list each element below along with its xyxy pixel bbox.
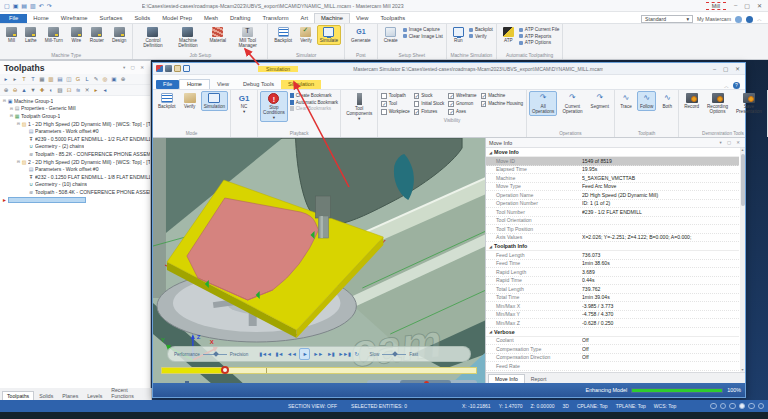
checkbox-fixtures[interactable]: ✓ [414, 109, 420, 115]
tab-drafting[interactable]: Drafting [224, 14, 256, 23]
view-toggle-icon[interactable] [758, 403, 765, 410]
sim-quick-icon[interactable] [183, 65, 190, 72]
tab-toolpaths[interactable]: Toolpaths [374, 14, 411, 23]
tree-item-toolpath-85-2k-conference-phon[interactable]: ≋Toolpath - 85.2K - CONFERENCE PHONE ASS… [0, 150, 150, 158]
demo-save-presentation[interactable]: Save Presentation [733, 91, 765, 116]
toolbar-icon[interactable]: ⊕ [2, 86, 10, 94]
visibility-axes[interactable]: ✓Axes [448, 109, 476, 115]
visibility-tool[interactable]: ✓Tool [381, 101, 410, 107]
maximize-icon[interactable]: ▢ [744, 2, 750, 9]
section-header-toolpath-info[interactable]: ◢Toolpath Info [486, 242, 739, 251]
move-info-row-coolant[interactable]: CoolantOff [486, 337, 739, 346]
play-icon[interactable]: ► [299, 348, 310, 360]
toolbar-icon[interactable]: ▼ [29, 86, 37, 94]
maximize-icon[interactable]: ▢ [723, 66, 728, 72]
checkbox-machine-housing[interactable]: ✓ [481, 101, 487, 107]
stop-conditions-button[interactable]: Stop Conditions ▾ [260, 91, 288, 122]
move-info-row-compensation-direction[interactable]: Compensation DirectionOff [486, 354, 739, 363]
ribbon-button-create[interactable]: Create [381, 25, 401, 45]
sim-quick-icon[interactable] [174, 65, 181, 72]
move-info-row-tool-orientation[interactable]: Tool Orientation [486, 217, 739, 226]
tree-item-toolpath-508-4k-conference-pho[interactable]: ≋Toolpath - 508.4K - CONFERENCE PHONE AS… [0, 188, 150, 196]
tab-surfaces[interactable]: Surfaces [94, 14, 129, 23]
move-info-row-operation-number[interactable]: Operation NumberID: 1 (1 of 2) [486, 200, 739, 209]
ribbon-button-backplot[interactable]: Backplot [469, 27, 493, 32]
quality-slider[interactable] [203, 354, 227, 355]
view-toggle-icon[interactable] [748, 403, 755, 410]
tree-item-232-0-1250-flat-endmill-1-8-fl[interactable]: Ŧ#232 - 0.1250 FLAT ENDMILL - 1/8 FLAT E… [0, 173, 150, 181]
close-icon[interactable]: ✕ [735, 66, 740, 72]
move-info-row-rapid-length[interactable]: Rapid Length3.689 [486, 268, 739, 277]
panel-pin-close-icons[interactable]: ▾ ▢ ✕ [720, 140, 742, 145]
sim-quick-icon[interactable] [165, 65, 172, 72]
sim-tab-simulation[interactable]: Simulation [281, 80, 321, 89]
playback-button-create-bookmark[interactable]: Create Bookmark [290, 93, 338, 98]
tree-item-239-0-5000-flat-endmill-1-2-fl[interactable]: Ŧ#239 - 0.5000 FLAT ENDMILL - 1/2 FLAT E… [0, 135, 150, 143]
toolbar-icon[interactable]: ▧ [56, 86, 64, 94]
tab-machine[interactable]: Machine [314, 13, 350, 23]
close-icon[interactable]: ✕ [757, 2, 762, 9]
ribbon-button-lathe[interactable]: Lathe [22, 25, 40, 45]
minimize-icon[interactable]: – [734, 2, 737, 9]
mode-button-simulation[interactable]: Simulation [201, 91, 228, 111]
scroll-up-icon[interactable]: ▲ [740, 148, 745, 152]
visibility-workpiece[interactable]: Workpiece [381, 109, 410, 115]
rewind-icon[interactable]: ◄◄ [286, 349, 298, 359]
toolbar-icon[interactable]: ◐ [47, 86, 55, 94]
view-toggle-icon[interactable] [739, 403, 746, 410]
toolbar-icon[interactable]: ▤ [56, 75, 64, 83]
move-info-row-axis-values[interactable]: Axis ValuesX=2.026; Y=-2.251; Z=4.122; B… [486, 234, 739, 243]
move-info-row-tool-number[interactable]: Tool Number#239 - 1/2 FLAT ENDMILL [486, 208, 739, 217]
tree-item-1-2d-high-speed-2d-dynamic-mil[interactable]: ⊟▨1 - 2D High Speed (2D Dynamic Mill) - … [0, 120, 150, 128]
ribbon-button-mill-tool-manager[interactable]: Mill Tool Manager [231, 25, 264, 50]
move-info-row-feed-length[interactable]: Feed Length736.073 [486, 251, 739, 260]
tab-model-prep[interactable]: Model Prep [156, 14, 198, 23]
loop-icon[interactable]: ↻ [353, 349, 359, 359]
toolbar-icon[interactable]: ✎ [92, 75, 100, 83]
demo-recording-options[interactable]: Recording Options [704, 91, 731, 116]
step-back-icon[interactable]: ▮◄ [274, 349, 283, 359]
tree-item-parameters-work-offset-0[interactable]: ▤Parameters - Work offset #0 [0, 127, 150, 135]
move-info-scrollbar[interactable]: ▲ ▼ [740, 148, 745, 372]
tab-solids[interactable]: Solids [128, 14, 156, 23]
undo-icon[interactable]: ↶ [39, 1, 44, 11]
checkbox-machine[interactable]: ✓ [481, 93, 487, 99]
skip-start-icon[interactable]: ▮◄◄ [258, 349, 272, 359]
toolbar-icon[interactable]: ▸ [92, 86, 100, 94]
demo-record[interactable]: Record [681, 91, 702, 111]
print-icon[interactable]: ▥ [30, 1, 36, 11]
ribbon-button-router[interactable]: Router [87, 25, 107, 45]
move-info-row-compensation-type[interactable]: Compensation TypeOff [486, 345, 739, 354]
operations-segment[interactable]: ↷Segment [588, 91, 612, 111]
section-header-verbose[interactable]: ◢Verbose [486, 328, 739, 337]
ribbon-button-backplot[interactable]: Backplot [271, 25, 295, 45]
panel-pin-close-icons[interactable]: ▾ ▢ ✕ [123, 65, 146, 70]
toolbar-icon[interactable]: T [20, 75, 28, 83]
move-info-row-min-max-y[interactable]: Min/Max Y-4.758 / 4.370 [486, 311, 739, 320]
tree-item-parameters-work-offset-0[interactable]: ▤Parameters - Work offset #0 [0, 165, 150, 173]
sim-tab-file[interactable]: File [156, 80, 179, 89]
toolpath-both[interactable]: ∿Both [658, 91, 676, 111]
toolbar-icon[interactable]: ⊖ [11, 86, 19, 94]
toolbar-icon[interactable]: ▣ [110, 75, 118, 83]
ribbon-button-atp-options[interactable]: ATP Options [519, 40, 559, 45]
simulator-window-buttons[interactable]: –▢✕ [713, 66, 740, 72]
panel-tab-report[interactable]: Report [525, 375, 553, 383]
panel-tab-move-info[interactable]: Move Info [488, 374, 525, 383]
ribbon-button-verify[interactable]: Verify [297, 25, 315, 45]
view-toggle-icon[interactable] [710, 403, 717, 410]
tree-item[interactable]: ► [0, 196, 150, 204]
toolbar-icon[interactable]: G [74, 75, 82, 83]
move-info-row-min-max-z[interactable]: Min/Max Z-0.628 / 0.250 [486, 319, 739, 328]
operations-all-operations[interactable]: ↷All Operations [529, 91, 557, 116]
toolbar-icon[interactable]: L [83, 75, 91, 83]
viewport-mini-scrollbar[interactable] [367, 380, 477, 383]
ribbon-button-atp-reports[interactable]: ATP Reports [519, 34, 559, 39]
tab-art[interactable]: Art [295, 14, 314, 23]
visibility-initial-stock[interactable]: Initial Stock [414, 101, 445, 107]
move-info-row-feed-rate[interactable]: Feed Rate [486, 362, 739, 371]
checkbox-tool[interactable]: ✓ [381, 101, 387, 107]
toolbar-icon[interactable]: ✚ [38, 86, 46, 94]
ribbon-button-material[interactable]: Material [206, 25, 229, 45]
toolpath-trace[interactable]: ∿Trace [617, 91, 635, 111]
